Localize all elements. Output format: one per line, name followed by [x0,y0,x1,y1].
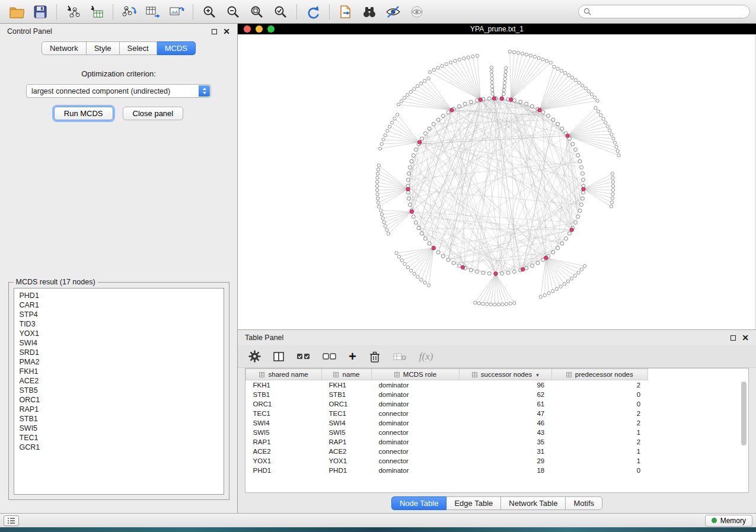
table-scrollbar[interactable] [741,382,747,446]
table-cell: 18 [459,466,551,475]
result-node-item[interactable]: SWI4 [20,338,218,348]
zoom-fit-button[interactable] [246,3,267,21]
table-cell: TEC1 [321,409,371,418]
result-node-item[interactable]: SRD1 [20,348,218,357]
table-row[interactable]: SWI4SWI4dominator462 [246,418,749,428]
table-cell: 43 [459,428,551,437]
float-panel-icon[interactable] [212,29,217,34]
table-panel-title: Table Panel [245,334,283,342]
result-node-item[interactable]: PHD1 [20,291,218,300]
table-cell: ORC1 [321,399,371,409]
open-file-button[interactable] [6,3,27,21]
table-row[interactable]: FKH1FKH1dominator962 [246,380,749,390]
table-cell [647,409,748,418]
result-node-item[interactable]: FKH1 [20,367,218,376]
table-row[interactable]: TEC1TEC1connector472 [246,409,749,418]
function-builder-button-disabled[interactable]: f(x) [419,351,433,363]
import-table-icon [89,5,104,19]
table-row[interactable]: ACE2ACE2connector311 [246,447,749,456]
table-cell: 0 [551,466,647,475]
export-network-button[interactable] [119,3,140,21]
toolbar-separator [329,4,330,20]
search-network-button[interactable] [359,3,380,21]
result-node-item[interactable]: STB5 [20,386,218,395]
result-node-item[interactable]: ORC1 [20,395,218,405]
delete-row-button[interactable] [368,350,381,363]
network-graph[interactable] [238,34,755,329]
column-header[interactable]: predecessor nodes [551,369,647,380]
save-session-button[interactable] [30,3,51,21]
zoom-out-button[interactable] [222,3,244,21]
zoom-in-button[interactable] [199,3,220,21]
result-node-item[interactable]: TID3 [20,319,218,329]
close-panel-icon[interactable]: ✕ [223,28,230,34]
open-folder-icon [9,5,24,18]
panel-menu-button[interactable] [4,515,19,526]
result-node-item[interactable]: STP4 [20,310,218,319]
result-node-item[interactable]: PMA2 [20,357,218,367]
column-header[interactable]: MCDS role [371,369,459,380]
close-panel-button[interactable]: Close panel [123,107,184,120]
export-image-button[interactable] [166,3,187,21]
refresh-view-button[interactable] [302,3,324,21]
result-node-item[interactable]: YOX1 [20,329,218,338]
list-menu-icon [7,517,15,524]
run-mcds-button[interactable]: Run MCDS [54,107,113,120]
result-node-item[interactable]: CAR1 [20,300,218,310]
window-maximize-icon[interactable] [267,25,275,33]
table-tab-motifs[interactable]: Motifs [566,496,602,510]
select-all-columns-button[interactable] [296,351,311,362]
table-tab-network-table[interactable]: Network Table [501,496,566,510]
table-cell [647,399,748,409]
table-tab-node-table[interactable]: Node Table [391,496,447,510]
column-header[interactable]: successor nodes ▾ [459,369,551,380]
node-table: shared name name MCDS role successor nod… [245,368,748,475]
export-table-button[interactable] [142,3,164,21]
result-node-item[interactable]: TEC1 [20,433,218,443]
control-tabs: NetworkStyleSelectMCDS [0,41,237,55]
table-row[interactable]: STB1STB1dominator620 [246,390,749,399]
mcds-result-list[interactable]: PHD1CAR1STP4TID3YOX1SWI4SRD1PMA2FKH1ACE2… [14,288,224,495]
search-input[interactable] [595,8,745,16]
network-titlebar: YPA_prune.txt_1 [238,24,756,34]
result-node-item[interactable]: GCR1 [20,443,218,452]
table-row[interactable]: YOX1YOX1connector291 [246,456,749,466]
result-node-item[interactable]: RAP1 [20,405,218,414]
share-document-button[interactable] [335,3,356,21]
column-header[interactable]: shared name [246,369,322,380]
import-table-button[interactable] [86,3,107,21]
table-row[interactable]: SWI5SWI5connector431 [246,428,749,437]
hide-details-button[interactable] [382,3,404,21]
float-table-panel-icon[interactable] [731,335,736,341]
table-settings-button[interactable] [248,350,261,363]
criterion-dropdown[interactable]: largest connected component (undirected) [26,84,211,98]
result-node-item[interactable]: ACE2 [20,376,218,386]
tab-mcds[interactable]: MCDS [157,41,196,55]
add-row-button[interactable]: + [349,351,356,363]
table-row[interactable]: ORC1ORC1dominator610 [246,399,749,409]
clear-table-button-disabled[interactable] [393,351,407,362]
table-cell: 62 [459,390,551,399]
import-network-button[interactable] [62,3,84,21]
window-close-icon[interactable] [244,25,251,33]
unselect-all-columns-button[interactable] [323,351,337,362]
show-columns-button[interactable] [273,351,285,363]
close-table-panel-icon[interactable]: ✕ [742,335,749,341]
show-details-button[interactable] [406,3,428,21]
table-row[interactable]: RAP1RAP1dominator352 [246,437,749,447]
tab-style[interactable]: Style [87,41,120,55]
tab-network[interactable]: Network [42,41,87,55]
table-tab-edge-table[interactable]: Edge Table [446,496,501,510]
result-node-item[interactable]: SWI5 [20,424,218,433]
window-minimize-icon[interactable] [256,25,263,33]
memory-button[interactable]: Memory [705,515,752,527]
table-cell: STB1 [321,390,371,399]
table-cell: 31 [459,447,551,456]
table-row[interactable]: PHD1PHD1dominator180 [246,466,749,475]
tab-select[interactable]: Select [120,41,157,55]
table-clear-icon [393,351,407,362]
result-node-item[interactable]: STB1 [20,414,218,424]
zoom-in-icon [202,5,216,19]
column-header[interactable]: name [321,369,371,380]
zoom-selected-button[interactable] [270,3,291,21]
